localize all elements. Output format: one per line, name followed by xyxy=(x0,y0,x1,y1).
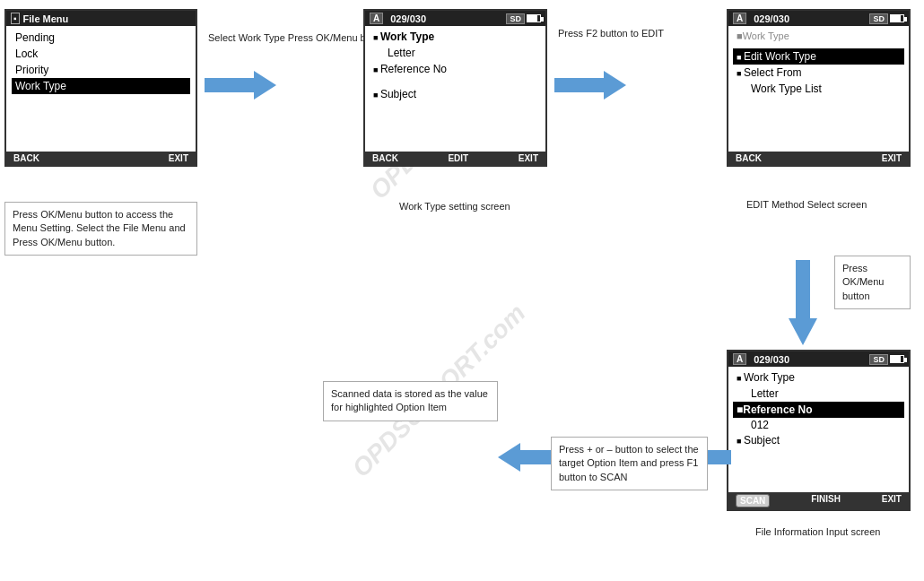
caption-plus-minus: Press + or – button to select the target… xyxy=(551,437,708,490)
screen-edit-method: A 029/030 SD ■Work Type Edit Work Type S… xyxy=(727,9,911,167)
caption-scanned-data: Scanned data is stored as the value for … xyxy=(323,381,498,421)
screen3-a-icon: A xyxy=(733,13,746,24)
screen4-header: A 029/030 SD xyxy=(728,351,909,367)
svg-marker-1 xyxy=(554,71,626,100)
screen1-footer: BACK EXIT xyxy=(6,152,196,165)
arrow-right-2 xyxy=(554,67,626,106)
caption9-label: File Information Input screen xyxy=(755,526,880,537)
s2-subject[interactable]: Subject xyxy=(370,86,541,102)
screen2-num: 029/030 xyxy=(390,13,426,24)
screen-file-info: A 029/030 SD Work Type Letter ■Reference… xyxy=(727,350,911,511)
s3-worktype-gray: ■Work Type xyxy=(733,29,904,43)
s3-worktype-list[interactable]: Work Type List xyxy=(733,81,904,97)
screen3-footer: BACK EXIT xyxy=(728,152,909,165)
s2-edit-btn[interactable]: EDIT xyxy=(448,153,468,163)
s4-worktype[interactable]: Work Type xyxy=(733,369,904,386)
screen2-header-left: A 029/030 xyxy=(370,13,426,24)
screen4-footer: SCAN FINISH EXIT xyxy=(728,492,909,509)
s2-back-btn[interactable]: BACK xyxy=(372,153,398,163)
screen4-a-icon: A xyxy=(733,353,746,365)
screen1-title: File Menu xyxy=(23,13,69,24)
s3-select-from[interactable]: Select From xyxy=(733,65,904,81)
caption-ok-menu: Press OK/Menu button to access the Menu … xyxy=(4,202,197,256)
screen3-header-left: A 029/030 xyxy=(733,13,789,24)
s4-letter[interactable]: Letter xyxy=(733,386,904,402)
screen1-exit-btn[interactable]: EXIT xyxy=(169,153,188,163)
caption-press-ok-right: Press OK/Menu button xyxy=(834,256,911,309)
caption3-label: Work Type setting screen xyxy=(399,201,510,212)
screen2-footer: BACK EDIT EXIT xyxy=(365,152,545,165)
caption-file-info-screen: File Information Input screen xyxy=(755,525,880,540)
s2-refno[interactable]: Reference No xyxy=(370,61,541,77)
caption-select-worktype: Select Work Type Press OK/Menu button xyxy=(208,31,388,45)
caption7-text: Scanned data is stored as the value for … xyxy=(331,388,488,412)
sd-badge-4: SD xyxy=(869,354,888,365)
s4-refno-value: 012 xyxy=(733,418,904,432)
sd-badge-2: SD xyxy=(506,13,525,24)
caption1-text: Press OK/Menu button to access the Menu … xyxy=(13,209,186,247)
screen3-header-right: SD xyxy=(869,13,904,24)
s2-letter[interactable]: Letter xyxy=(370,45,541,61)
screen1-body: Pending Lock Priority Work Type xyxy=(6,26,196,152)
s3-back-btn[interactable]: BACK xyxy=(736,153,762,163)
screen2-a-icon: A xyxy=(370,13,383,24)
sd-badge-3: SD xyxy=(869,13,888,24)
screen2-header-right: SD xyxy=(506,13,541,24)
caption-worktype-screen: Work Type setting screen xyxy=(399,199,510,214)
s4-scan-btn[interactable]: SCAN xyxy=(736,494,770,507)
screen3-num: 029/030 xyxy=(754,13,789,24)
screen-file-menu: ▪ File Menu Pending Lock Priority Work T… xyxy=(4,9,197,167)
arrow-down-1 xyxy=(785,260,821,352)
screen1-header-title: ▪ File Menu xyxy=(11,13,68,24)
s2-worktype[interactable]: Work Type xyxy=(370,29,541,45)
screen4-header-left: A 029/030 xyxy=(733,353,789,365)
arrow-right-1 xyxy=(205,67,276,106)
screen3-body: ■Work Type Edit Work Type Select From Wo… xyxy=(728,26,909,152)
svg-marker-2 xyxy=(789,260,817,345)
screen2-header: A 029/030 SD xyxy=(365,11,545,26)
s4-subject[interactable]: Subject xyxy=(733,432,904,448)
s4-exit-btn[interactable]: EXIT xyxy=(882,494,902,507)
screen2-body: Work Type Letter Reference No Subject xyxy=(365,26,545,152)
menu-item-priority[interactable]: Priority xyxy=(12,62,190,78)
screen1-header: ▪ File Menu xyxy=(6,11,196,26)
screen1-back-btn[interactable]: BACK xyxy=(13,153,39,163)
menu-item-pending[interactable]: Pending xyxy=(12,30,190,46)
caption6-text: Press OK/Menu button xyxy=(842,263,884,301)
caption-edit-method-screen: EDIT Method Select screen xyxy=(746,197,867,212)
file-menu-icon: ▪ xyxy=(11,13,20,24)
screen3-header: A 029/030 SD xyxy=(728,11,909,26)
caption4-text: Press F2 button to EDIT xyxy=(558,28,664,39)
battery-4 xyxy=(890,355,904,363)
svg-marker-0 xyxy=(205,71,276,100)
screen4-num: 029/030 xyxy=(754,354,789,365)
caption5-label: EDIT Method Select screen xyxy=(746,199,867,210)
screen4-body: Work Type Letter ■Reference No 012 Subje… xyxy=(728,367,909,492)
s4-refno-highlighted[interactable]: ■Reference No xyxy=(733,402,904,418)
caption8-text: Press + or – button to select the target… xyxy=(559,444,699,482)
menu-item-worktype[interactable]: Work Type xyxy=(12,78,190,94)
s3-exit-btn[interactable]: EXIT xyxy=(882,153,902,163)
battery-3 xyxy=(890,14,904,22)
menu-item-lock[interactable]: Lock xyxy=(12,46,190,62)
s2-exit-btn[interactable]: EXIT xyxy=(519,153,538,163)
battery-2 xyxy=(527,14,541,22)
s3-edit-worktype[interactable]: Edit Work Type xyxy=(733,48,904,65)
screen-worktype: A 029/030 SD Work Type Letter Reference … xyxy=(363,9,547,167)
screen4-header-right: SD xyxy=(869,354,904,365)
caption-f2-edit: Press F2 button to EDIT xyxy=(558,27,664,40)
s4-finish-btn[interactable]: FINISH xyxy=(811,494,841,507)
